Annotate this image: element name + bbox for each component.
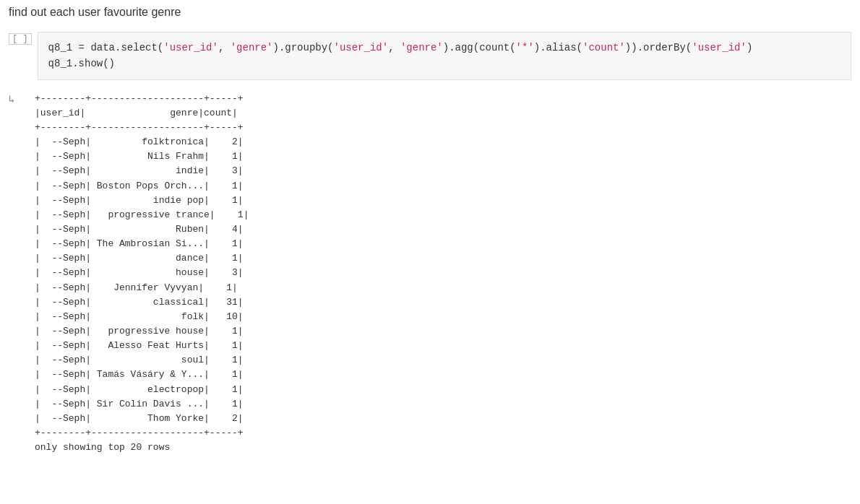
output-cell: ↳ +--------+--------------------+-----+ …	[9, 92, 851, 456]
page-title: find out each user favourite genre	[9, 6, 851, 19]
cell-indicator: [ ]	[9, 32, 32, 45]
code-block[interactable]: q8_1 = data.select('user_id', 'genre').g…	[38, 32, 851, 80]
code-line-2: q8_1.show()	[48, 56, 840, 71]
code-cell: [ ] q8_1 = data.select('user_id', 'genre…	[9, 32, 851, 80]
code-line-1: q8_1 = data.select('user_id', 'genre').g…	[48, 40, 840, 56]
output-content: +--------+--------------------+-----+ |u…	[35, 92, 249, 456]
output-indicator: ↳	[9, 92, 29, 105]
cell-bracket: [ ]	[9, 33, 32, 45]
